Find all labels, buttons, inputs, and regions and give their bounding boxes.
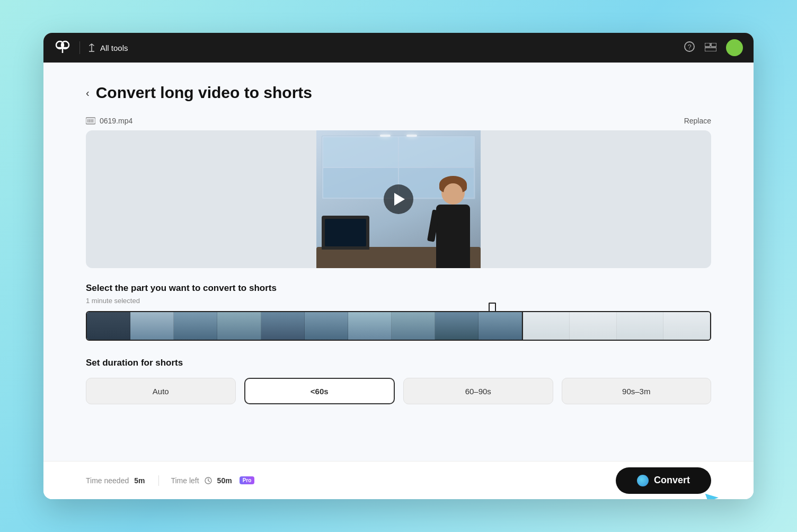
time-left-label: Time left [171, 476, 199, 485]
svg-rect-14 [89, 119, 90, 122]
svg-rect-8 [705, 43, 710, 47]
file-info-bar: 0619.mp4 Replace [86, 117, 711, 125]
svg-rect-9 [711, 43, 716, 47]
svg-rect-16 [92, 119, 93, 122]
app-logo[interactable] [54, 39, 71, 56]
duration-60-90s-button[interactable]: 60–90s [403, 378, 553, 404]
footer-bar: Time needed 5m Time left 50m Pro Convert [43, 461, 754, 499]
duration-auto-button[interactable]: Auto [86, 378, 236, 404]
timeline-strip[interactable] [86, 311, 711, 341]
video-preview [86, 130, 711, 268]
duration-60s-button[interactable]: <60s [244, 378, 395, 404]
timeline-wrapper[interactable] [86, 311, 711, 341]
timeline-frame-10 [479, 312, 522, 340]
timeline-frame-7 [348, 312, 392, 340]
timeline-frame-2 [130, 312, 174, 340]
svg-line-19 [208, 481, 210, 482]
selection-duration-label: 1 minute selected [86, 297, 711, 305]
time-needed-label: Time needed [86, 476, 129, 485]
timeline-frame-13 [617, 312, 663, 340]
file-name-text: 0619.mp4 [100, 117, 132, 125]
select-part-title: Select the part you want to convert to s… [86, 283, 711, 294]
user-avatar[interactable] [726, 39, 743, 56]
topbar-right: ? [684, 39, 743, 56]
timeline-end-handle[interactable] [489, 303, 496, 311]
timeline-unselected-region [523, 312, 710, 340]
duration-90s-3m-button[interactable]: 90s–3m [562, 378, 712, 404]
svg-text:?: ? [687, 43, 691, 51]
help-icon[interactable]: ? [684, 41, 695, 55]
cursor-arrow [702, 484, 729, 499]
svg-marker-20 [704, 489, 722, 499]
file-name: 0619.mp4 [86, 117, 132, 125]
timeline-frame-4 [217, 312, 261, 340]
select-part-section: Select the part you want to convert to s… [86, 283, 711, 305]
page-header: ‹ Convert long video to shorts [86, 84, 711, 102]
time-left-value: 50m [217, 476, 232, 485]
timeline-frame-12 [570, 312, 616, 340]
topbar: All tools ? [43, 33, 754, 63]
footer-divider [158, 475, 159, 486]
footer-info: Time needed 5m Time left 50m Pro [86, 475, 254, 486]
timeline-frame-14 [663, 312, 710, 340]
duration-title: Set duration for shorts [86, 358, 711, 368]
timeline-frame-11 [523, 312, 570, 340]
replace-button[interactable]: Replace [684, 117, 711, 125]
topbar-divider [79, 41, 80, 54]
pro-badge: Pro [240, 476, 255, 484]
timeline-selected-region[interactable] [87, 312, 523, 340]
timeline-frame-5 [261, 312, 305, 340]
svg-rect-13 [87, 119, 88, 122]
back-button[interactable]: ‹ [86, 87, 90, 99]
all-tools-label: All tools [100, 43, 128, 52]
all-tools-button[interactable]: All tools [88, 43, 128, 52]
time-needed-value: 5m [134, 476, 145, 485]
convert-button[interactable]: Convert [616, 467, 711, 494]
timeline-frame-9 [435, 312, 479, 340]
duration-section: Set duration for shorts Auto <60s 60–90s… [86, 358, 711, 404]
svg-rect-10 [705, 48, 716, 51]
play-button[interactable] [384, 184, 413, 214]
main-content: ‹ Convert long video to shorts 0619.mp4 … [43, 63, 754, 461]
page-title: Convert long video to shorts [96, 84, 312, 102]
duration-options: Auto <60s 60–90s 90s–3m [86, 378, 711, 404]
timeline-frame-3 [174, 312, 217, 340]
layout-icon[interactable] [705, 42, 716, 54]
convert-button-dot [637, 475, 649, 486]
clock-icon [205, 477, 212, 484]
svg-rect-15 [91, 119, 92, 122]
timeline-frame-8 [392, 312, 435, 340]
convert-button-label: Convert [654, 475, 690, 486]
timeline-frame-6 [305, 312, 348, 340]
timeline-frame-1 [87, 312, 130, 340]
play-triangle-icon [394, 193, 405, 206]
